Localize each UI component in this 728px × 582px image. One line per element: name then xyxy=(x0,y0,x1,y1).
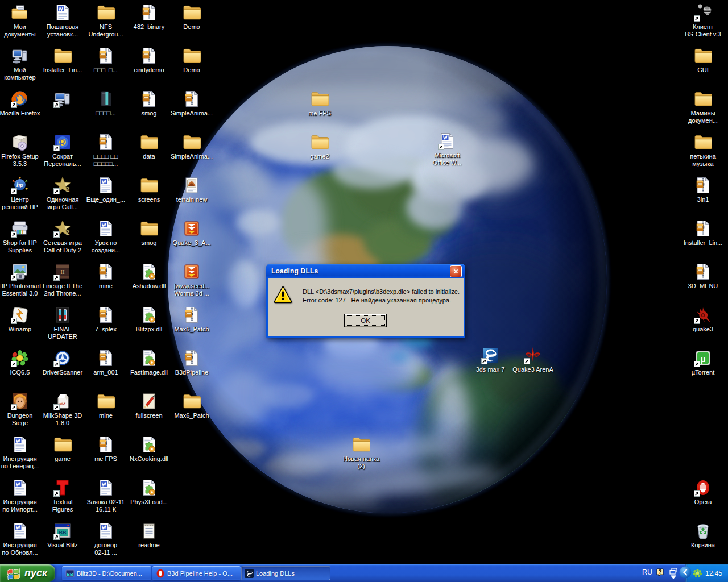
svg-text:BB: BB xyxy=(67,571,73,576)
svg-text:?: ? xyxy=(658,569,661,575)
